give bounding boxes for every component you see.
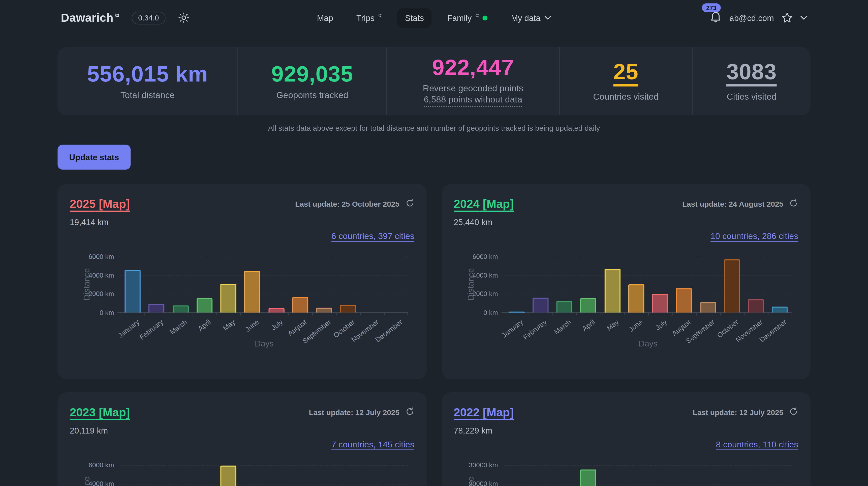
points-without-data-link[interactable]: 6,588 points without data	[424, 94, 523, 107]
month-label: August	[671, 318, 692, 338]
y-axis-ticks: 6000 km4000 km2000 km0 km	[70, 257, 114, 313]
month-label: May	[606, 318, 620, 332]
geopoints-label: Geopoints tracked	[277, 90, 348, 100]
gridline	[121, 294, 408, 294]
y-axis-ticks: 30000 km20000 km10000 km0 km	[454, 465, 498, 486]
bar-january	[508, 311, 525, 312]
theme-toggle-sun-icon[interactable]	[178, 11, 190, 24]
year-card-2023: 2023 [Map] Last update: 12 July 2025 20,…	[58, 392, 427, 486]
year-distance: 78,229 km	[454, 426, 798, 435]
gridline	[504, 257, 792, 257]
gridline	[504, 465, 792, 465]
alpha-superscript: α	[115, 11, 120, 19]
card-header: 2022 [Map] Last update: 12 July 2025	[454, 406, 798, 419]
y-tick-label: 2000 km	[89, 290, 114, 298]
bar-october	[724, 259, 740, 313]
account-chevron-down-icon[interactable]	[801, 16, 807, 20]
month-label: May	[221, 318, 237, 332]
distance-bar-chart-2022: Distance 30000 km20000 km10000 km0 km Ja…	[454, 455, 798, 486]
nav-item-family[interactable]: Familyα	[439, 8, 496, 28]
cities-visited-value[interactable]: 3083	[726, 60, 777, 86]
axis-tick	[553, 313, 553, 315]
gridline	[504, 294, 792, 294]
countries-cities-link[interactable]: 10 countries, 286 cities	[711, 231, 798, 240]
bar-february	[532, 297, 549, 312]
notifications-bell-icon[interactable]: 273	[709, 10, 722, 26]
y-tick-label: 4000 km	[89, 271, 114, 279]
month-label: March	[168, 318, 188, 336]
axis-tick	[672, 313, 673, 315]
y-axis-ticks: 6000 km4000 km2000 km0 km	[70, 465, 114, 486]
axis-tick	[792, 313, 792, 315]
year-map-link-2023[interactable]: 2023 [Map]	[70, 406, 130, 419]
countries-visited-value[interactable]: 25	[613, 60, 639, 86]
cities-visited-label: Cities visited	[726, 92, 776, 102]
last-update: Last update: 24 August 2025	[682, 198, 798, 210]
alpha-superscript: α	[378, 11, 381, 18]
axis-tick	[192, 313, 193, 315]
account-email[interactable]: ab@cd.com	[730, 13, 774, 23]
gridline	[121, 257, 408, 257]
bar-july	[652, 294, 669, 313]
nav-item-stats[interactable]: Stats	[397, 8, 432, 28]
countries-cities-link[interactable]: 8 countries, 110 cities	[716, 439, 798, 449]
axis-tick	[384, 313, 384, 315]
stat-total-distance: 556,015 km Total distance	[58, 47, 238, 115]
bar-february	[149, 304, 164, 313]
last-update: Last update: 12 July 2025	[309, 406, 414, 418]
countries-cities-link[interactable]: 7 countries, 145 cities	[332, 439, 414, 449]
year-map-link-2024[interactable]: 2024 [Map]	[454, 197, 514, 211]
y-tick-label: 20000 km	[469, 480, 498, 486]
month-label: February	[522, 318, 549, 341]
month-label: March	[553, 318, 572, 336]
axis-tick	[577, 313, 577, 315]
bar-march	[557, 301, 572, 313]
year-distance: 19,414 km	[70, 217, 414, 227]
axis-tick	[241, 313, 241, 315]
countries-cities-link[interactable]: 6 countries, 397 cities	[332, 231, 414, 240]
card-header: 2024 [Map] Last update: 24 August 2025	[454, 197, 798, 211]
countries-visited-label: Countries visited	[593, 92, 658, 102]
reverse-geocoded-value: 922,447	[432, 56, 514, 78]
last-update-text: Last update: 12 July 2025	[309, 408, 399, 417]
bar-march	[173, 305, 188, 313]
refresh-icon[interactable]	[789, 198, 798, 210]
favorite-star-icon[interactable]	[781, 11, 793, 24]
gridline	[504, 484, 792, 484]
card-header: 2023 [Map] Last update: 12 July 2025	[70, 406, 414, 419]
stat-reverse-geocoded: 922,447 Reverse geocoded points 6,588 po…	[386, 47, 559, 115]
refresh-icon[interactable]	[405, 198, 414, 210]
y-tick-label: 6000 km	[472, 253, 498, 261]
refresh-icon[interactable]	[789, 406, 798, 418]
y-axis-ticks: 6000 km4000 km2000 km0 km	[454, 257, 498, 313]
y-tick-label: 0 km	[484, 309, 498, 316]
axis-tick	[768, 313, 769, 315]
y-tick-label: 0 km	[99, 309, 114, 316]
axis-tick	[528, 313, 529, 315]
y-tick-label: 4000 km	[89, 480, 114, 486]
year-map-link-2022[interactable]: 2022 [Map]	[454, 406, 514, 419]
x-axis-label: Days	[121, 339, 408, 348]
last-update-text: Last update: 25 October 2025	[295, 200, 400, 208]
bar-december	[772, 307, 788, 313]
last-update-text: Last update: 24 August 2025	[682, 200, 783, 208]
brand-logo[interactable]: Dawarichα	[61, 11, 120, 25]
year-map-link-2025[interactable]: 2025 [Map]	[70, 197, 130, 211]
reverse-geocoded-label: Reverse geocoded points	[423, 84, 524, 94]
bar-august	[676, 288, 692, 313]
axis-tick	[312, 313, 313, 315]
nav-item-map[interactable]: Map	[309, 8, 341, 28]
axis-tick	[504, 313, 505, 315]
axis-tick	[407, 313, 408, 315]
year-distance: 25,440 km	[454, 217, 798, 227]
axis-tick	[744, 313, 744, 315]
refresh-icon[interactable]	[405, 406, 414, 418]
axis-tick	[600, 313, 601, 315]
nav-item-my-data[interactable]: My data	[503, 8, 559, 28]
update-stats-button[interactable]: Update stats	[58, 145, 130, 170]
y-tick-label: 4000 km	[472, 271, 498, 279]
nav-item-trips[interactable]: Tripsα	[348, 8, 390, 28]
year-cards-grid: 2025 [Map] Last update: 25 October 2025 …	[58, 184, 810, 486]
bar-september	[316, 308, 332, 313]
daily-update-note: All stats data above except for total di…	[0, 124, 868, 133]
